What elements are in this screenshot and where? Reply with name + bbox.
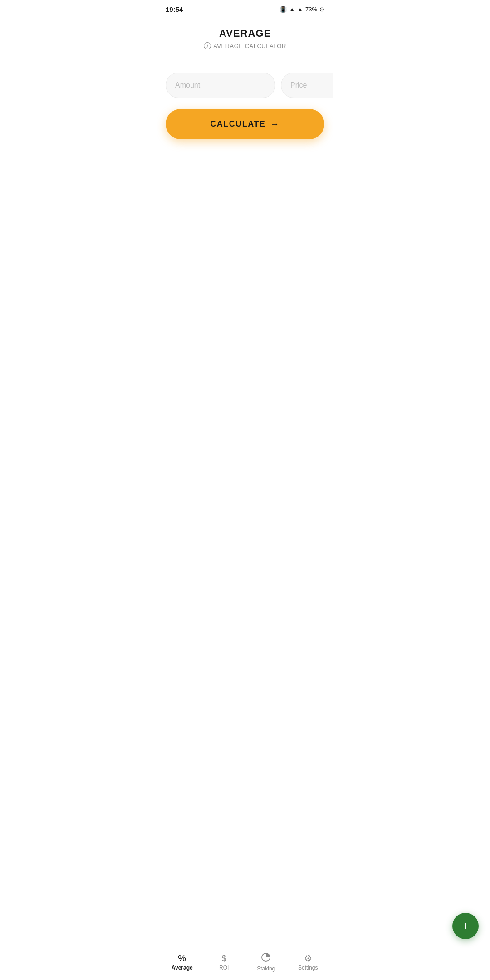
empty-content <box>157 153 333 380</box>
status-icons: 📳 ▲ ▲ 73% ⊙ <box>279 6 324 13</box>
subtitle-text: AVERAGE CALCULATOR <box>213 43 286 49</box>
calculate-button[interactable]: CALCULATE → <box>166 109 324 139</box>
calculate-label: CALCULATE <box>210 119 265 129</box>
page-subtitle: i AVERAGE CALCULATOR <box>166 42 324 49</box>
battery-level: 73% <box>305 6 317 13</box>
status-time: 19:54 <box>166 5 183 13</box>
price-input[interactable] <box>281 73 333 98</box>
amount-input[interactable] <box>166 73 275 98</box>
arrow-right-icon: → <box>270 119 280 129</box>
page-title: AVERAGE <box>166 28 324 39</box>
wifi-icon: ▲ <box>289 6 295 13</box>
signal-icon: ▲ <box>297 6 303 13</box>
battery-icon: ⊙ <box>319 6 324 13</box>
header: AVERAGE i AVERAGE CALCULATOR <box>157 16 333 59</box>
status-bar: 19:54 📳 ▲ ▲ 73% ⊙ <box>157 0 333 16</box>
vibrate-icon: 📳 <box>279 6 287 13</box>
info-icon[interactable]: i <box>204 42 211 49</box>
main-content: CALCULATE → <box>157 59 333 153</box>
input-row <box>166 73 324 98</box>
